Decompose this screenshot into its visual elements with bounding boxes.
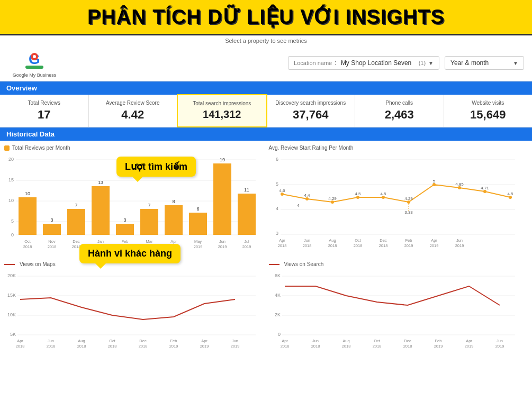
svg-text:4.6: 4.6	[279, 188, 285, 193]
svg-text:4.5: 4.5	[380, 191, 386, 196]
search-chart-svg: 6K 4K 2K 0 Apr 2018 Jun	[269, 269, 518, 349]
svg-text:5: 5	[432, 179, 435, 184]
metric-label-phone: Phone calls	[362, 100, 437, 106]
svg-text:Jun: Jun	[303, 238, 310, 243]
metric-value-website: 15,649	[450, 108, 526, 122]
svg-rect-29	[189, 213, 207, 235]
svg-text:2018: 2018	[16, 344, 25, 349]
location-label: Location name	[294, 60, 332, 66]
metric-website-visits: Website visits 15,649	[444, 95, 533, 127]
metric-value-discovery: 37,764	[273, 108, 349, 122]
svg-rect-17	[43, 224, 61, 235]
maps-legend-line	[4, 264, 15, 265]
svg-text:10K: 10K	[7, 312, 16, 317]
svg-text:0: 0	[277, 332, 280, 337]
svg-text:13: 13	[98, 180, 103, 185]
svg-text:2019: 2019	[194, 244, 203, 249]
header-banner: PHÂN TÍCH DỮ LIỆU VỚI INSIGHTS	[0, 0, 532, 35]
metric-label-website: Website visits	[450, 100, 526, 106]
svg-text:Jun: Jun	[456, 238, 462, 243]
year-month-arrow: ▼	[513, 60, 518, 66]
svg-rect-19	[67, 209, 85, 235]
metrics-row: Total Reviews 17 Average Review Score 4.…	[0, 95, 532, 127]
svg-text:15K: 15K	[7, 293, 16, 298]
svg-rect-31	[213, 163, 231, 235]
svg-text:7: 7	[75, 203, 77, 208]
callout-behavior: Hành vi khác hàng	[79, 244, 181, 263]
svg-text:2019: 2019	[242, 244, 251, 249]
charts-wrapper: Lượt tìm kiếm Total Reviews per Month 20…	[0, 141, 532, 355]
svg-point-4	[33, 55, 36, 58]
svg-text:2018: 2018	[341, 344, 350, 349]
svg-text:10: 10	[8, 198, 14, 203]
svg-text:2K: 2K	[274, 312, 280, 317]
svg-point-74	[281, 193, 284, 196]
maps-chart-svg: 20K 15K 10K 5K	[4, 269, 258, 349]
svg-text:Jan: Jan	[97, 239, 104, 244]
svg-text:4K: 4K	[274, 293, 280, 298]
callout-search-text: Lượt tìm kiếm	[125, 161, 187, 172]
svg-text:2018: 2018	[47, 344, 56, 349]
svg-text:2018: 2018	[328, 243, 337, 248]
svg-text:Apr: Apr	[17, 339, 23, 343]
search-chart-label: Views on Search	[284, 261, 324, 267]
svg-text:2019: 2019	[464, 344, 473, 349]
svg-text:5K: 5K	[10, 332, 16, 337]
svg-text:Aug: Aug	[78, 339, 85, 343]
svg-text:Feb: Feb	[170, 339, 177, 343]
svg-text:2019: 2019	[495, 344, 504, 349]
svg-point-77	[356, 196, 359, 199]
svg-text:Jun: Jun	[496, 339, 502, 343]
svg-rect-27	[165, 205, 183, 235]
metric-value-phone: 2,463	[362, 108, 437, 122]
svg-text:3: 3	[50, 217, 53, 223]
svg-text:Oct: Oct	[374, 339, 381, 343]
location-select[interactable]: Location name: My Shop Location Seven (1…	[288, 56, 439, 70]
line-chart-container: Avg. Review Start Rating Per Month 6 5 4…	[269, 145, 528, 253]
svg-text:Feb: Feb	[435, 339, 441, 343]
line-chart-title: Avg. Review Start Rating Per Month	[269, 145, 528, 151]
metric-avg-score: Average Review Score 4.42	[89, 95, 178, 127]
svg-rect-23	[116, 224, 134, 235]
svg-text:19: 19	[220, 157, 225, 162]
svg-rect-25	[140, 209, 158, 235]
svg-text:Dec: Dec	[73, 239, 80, 244]
svg-text:Apr: Apr	[282, 339, 288, 343]
svg-text:2018: 2018	[353, 243, 362, 248]
select-property-label: Select a property to see metrics	[0, 35, 532, 44]
metric-value-total-reviews: 17	[6, 108, 82, 122]
svg-text:Jun: Jun	[232, 339, 238, 343]
callout-behavior-text: Hành vi khác hàng	[88, 248, 172, 259]
svg-text:2018: 2018	[302, 243, 311, 248]
svg-text:11: 11	[244, 187, 249, 193]
svg-text:Oct: Oct	[109, 339, 116, 343]
bar-legend-dot	[4, 145, 10, 151]
svg-text:0: 0	[11, 232, 14, 238]
metric-label-total-search: Total search impressions	[184, 101, 260, 106]
svg-text:2018: 2018	[23, 244, 32, 249]
bottom-charts-area: Views on Maps 20K 15K 10K 5K	[0, 257, 532, 355]
search-chart-container: Views on Search 6K 4K 2K 0	[269, 261, 528, 351]
svg-text:2019: 2019	[231, 344, 240, 349]
year-month-select[interactable]: Year & month ▼	[445, 56, 524, 70]
svg-text:Jun: Jun	[219, 239, 226, 244]
svg-text:2018: 2018	[77, 344, 86, 349]
svg-text:4.5: 4.5	[355, 191, 361, 196]
svg-text:Aug: Aug	[342, 339, 349, 343]
svg-text:2018: 2018	[372, 344, 381, 349]
svg-text:4.29: 4.29	[404, 196, 413, 201]
svg-text:Apr: Apr	[466, 339, 472, 343]
top-charts-area: Total Reviews per Month 20 15 10 5 0	[0, 141, 532, 257]
gmb-icon: G	[23, 48, 46, 71]
svg-rect-33	[238, 194, 256, 235]
svg-text:Feb: Feb	[405, 238, 412, 243]
svg-text:2018: 2018	[48, 244, 57, 249]
svg-text:Apr: Apr	[431, 238, 437, 243]
metric-label-discovery: Discovery search impressions	[273, 100, 349, 106]
metric-total-reviews: Total Reviews 17	[0, 95, 89, 127]
controls-bar: G Google My Business Location name: My S…	[0, 45, 532, 81]
overview-label: Overview	[6, 84, 37, 92]
metric-discovery: Discovery search impressions 37,764	[267, 95, 356, 127]
svg-text:Feb: Feb	[122, 239, 129, 244]
svg-text:2019: 2019	[169, 344, 178, 349]
